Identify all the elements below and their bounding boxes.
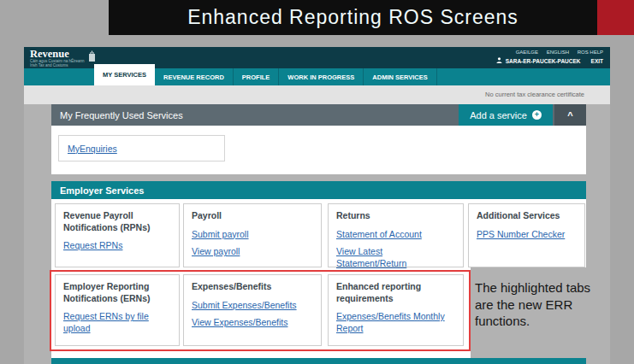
card-enhanced-reporting: Enhanced reporting requirements Expenses…	[328, 274, 464, 346]
pps-number-checker-link[interactable]: PPS Number Checker	[477, 229, 577, 241]
expenses-monthly-report-link[interactable]: Expenses/Benefits Monthly Report	[336, 311, 455, 334]
card-title: Employer Reporting Notifications (ERNs)	[63, 281, 171, 304]
myenquiries-card[interactable]: MyEnquiries	[58, 135, 225, 161]
card-title: Enhanced reporting requirements	[336, 281, 455, 304]
frequently-used-bar: My Frequently Used Services Add a servic…	[51, 104, 586, 126]
user-row: SARA-ER-PAUCEK-PAUCEK EXIT	[496, 57, 603, 64]
revenue-logo: Revenue Cáin agus Custaim na hÉireann Ir…	[30, 49, 96, 68]
slide: Enhanced Reporting ROS Screens Revenue C…	[0, 0, 634, 364]
card-title: Revenue Payroll Notifications (RPNs)	[63, 210, 171, 233]
tab-admin-services[interactable]: ADMIN SERVICES	[364, 68, 436, 85]
next-section-bar	[51, 358, 586, 364]
request-erns-link[interactable]: Request ERNs by file upload	[63, 311, 171, 334]
add-a-service-button[interactable]: Add a service +	[459, 104, 553, 126]
tab-work-in-progress[interactable]: WORK IN PROGRESS	[279, 68, 364, 85]
card-payroll: Payroll Submit payroll View payroll	[183, 203, 322, 267]
brand-tagline-english: Irish Tax and Customs	[30, 63, 85, 68]
card-title: Additional Services	[477, 210, 577, 222]
card-expenses-benefits: Expenses/Benefits Submit Expenses/Benefi…	[183, 274, 322, 346]
card-title: Returns	[336, 210, 455, 222]
username[interactable]: SARA-ER-PAUCEK-PAUCEK	[506, 58, 581, 64]
header-links-row: GAEILGE ENGLISH ROS HELP	[496, 50, 603, 55]
chevron-up-icon: ^	[567, 110, 572, 120]
card-additional-services: Additional Services PPS Number Checker	[468, 203, 585, 267]
view-latest-statement-link[interactable]: View Latest Statement/Return	[336, 246, 455, 269]
gaeilge-link[interactable]: GAEILGE	[516, 50, 538, 55]
myenquiries-link[interactable]: MyEnquiries	[68, 144, 117, 154]
castle-tower-icon	[88, 50, 96, 65]
tax-clearance-notice: No current tax clearance certificate	[485, 91, 584, 98]
main-nav: MY SERVICES REVENUE RECORD PROFILE WORK …	[24, 68, 610, 85]
slide-caption: The highlighted tabs are the new ERR fun…	[475, 279, 605, 330]
statement-of-account-link[interactable]: Statement of Account	[336, 229, 455, 241]
card-returns: Returns Statement of Account View Latest…	[328, 203, 464, 267]
submit-expenses-link[interactable]: Submit Expenses/Benefits	[192, 300, 313, 312]
notice-band: No current tax clearance certificate	[24, 85, 610, 104]
tab-profile[interactable]: PROFILE	[234, 68, 280, 85]
request-rpns-link[interactable]: Request RPNs	[63, 240, 171, 252]
view-expenses-link[interactable]: View Expenses/Benefits	[192, 317, 313, 329]
card-erns: Employer Reporting Notifications (ERNs) …	[55, 274, 180, 346]
frequently-used-title: My Frequently Used Services	[51, 104, 459, 126]
frequently-used-panel: MyEnquiries	[51, 126, 586, 174]
brand-name: Revenue	[30, 49, 85, 59]
ros-screenshot: Revenue Cáin agus Custaim na hÉireann Ir…	[24, 47, 610, 364]
card-rpns: Revenue Payroll Notifications (RPNs) Req…	[55, 203, 180, 267]
ros-help-link[interactable]: ROS HELP	[578, 50, 603, 55]
slide-title: Enhanced Reporting ROS Screens	[187, 6, 518, 29]
plus-icon: +	[532, 110, 542, 120]
slide-red-accent	[597, 0, 634, 35]
english-link[interactable]: ENGLISH	[547, 50, 569, 55]
exit-link[interactable]: EXIT	[591, 58, 603, 64]
card-title: Payroll	[192, 210, 313, 222]
collapse-button[interactable]: ^	[554, 104, 586, 126]
employer-services-header: Employer Services	[51, 181, 586, 199]
person-icon	[496, 57, 502, 64]
tab-revenue-record[interactable]: REVENUE RECORD	[155, 68, 234, 85]
add-service-label: Add a service	[470, 110, 527, 120]
tab-my-services[interactable]: MY SERVICES	[94, 64, 155, 85]
card-title: Expenses/Benefits	[192, 281, 313, 293]
submit-payroll-link[interactable]: Submit payroll	[192, 229, 313, 241]
employer-services-title: Employer Services	[60, 185, 144, 196]
header-links: GAEILGE ENGLISH ROS HELP SARA-ER-PAUCEK-…	[496, 50, 603, 64]
slide-title-bar: Enhanced Reporting ROS Screens	[109, 0, 597, 35]
view-payroll-link[interactable]: View payroll	[192, 246, 313, 258]
